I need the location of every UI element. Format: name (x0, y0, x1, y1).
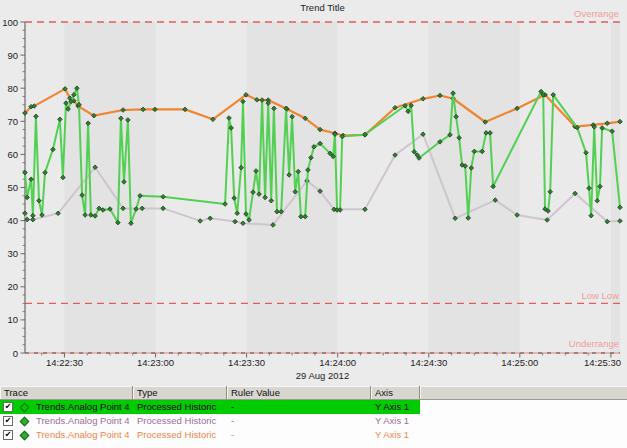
trend-chart: 010203040506070809010014:22:3014:23:0014… (0, 0, 627, 386)
x-axis-tick-label: 14:23:30 (228, 357, 265, 368)
header-filler (420, 386, 627, 400)
trace-3-name: Trends.Analog Point 4 (36, 428, 130, 442)
page-title: Trend Title (25, 2, 620, 13)
trace-1-checkbox[interactable]: ✔ (3, 402, 13, 412)
x-axis-tick-label: 14:24:00 (319, 357, 356, 368)
header-axis[interactable]: Axis (371, 386, 420, 400)
trace-2-type: Processed Historic (133, 414, 227, 428)
trace-table: Trace Type Ruler Value Axis ✔ Trends.Ana… (0, 386, 627, 448)
trace-2-ruler-value: - (227, 414, 371, 428)
underrange-label: Underrange (569, 338, 619, 349)
y-axis-tick-label: 50 (7, 182, 18, 193)
trace-2-marker-icon (20, 416, 30, 426)
header-trace[interactable]: Trace (0, 386, 133, 400)
trace-3-marker-icon (20, 430, 30, 440)
overrange-label: Overrange (574, 8, 619, 19)
x-axis-date-label: 29 Aug 2012 (25, 370, 620, 381)
trace-1-type: Processed Historic (133, 400, 227, 414)
trace-2-checkbox[interactable]: ✔ (3, 416, 13, 426)
table-row-trace-1[interactable]: ✔ Trends.Analog Point 4 Processed Histor… (0, 400, 627, 414)
y-axis-tick-label: 20 (7, 281, 18, 292)
y-axis-tick-label: 60 (7, 149, 18, 160)
x-axis-tick-label: 14:25:00 (501, 357, 538, 368)
trace-1-name: Trends.Analog Point 4 (36, 400, 130, 414)
table-row-trace-2[interactable]: ✔ Trends.Analog Point 4 Processed Histor… (0, 414, 627, 428)
trace-3-type: Processed Historic (133, 428, 227, 442)
y-axis-tick-label: 90 (7, 50, 18, 61)
y-axis-tick-label: 30 (7, 248, 18, 259)
y-axis-tick-label: 70 (7, 116, 18, 127)
x-axis-tick-label: 14:23:00 (137, 357, 174, 368)
trace-3-axis: Y Axis 1 (371, 428, 420, 442)
low-low-label: Low Low (582, 290, 620, 301)
x-axis-tick-label: 14:22:30 (46, 357, 83, 368)
trace-3-ruler-value: - (227, 428, 371, 442)
y-axis-tick-label: 100 (2, 17, 18, 28)
trace-2-axis: Y Axis 1 (371, 414, 420, 428)
trace-table-header: Trace Type Ruler Value Axis (0, 386, 627, 400)
y-axis-tick-label: 40 (7, 215, 18, 226)
trend-viewer-window: 010203040506070809010014:22:3014:23:0014… (0, 0, 627, 448)
y-axis-tick-label: 80 (7, 83, 18, 94)
trace-2-name: Trends.Analog Point 4 (36, 414, 130, 428)
header-ruler-value[interactable]: Ruler Value (227, 386, 371, 400)
header-type[interactable]: Type (133, 386, 227, 400)
trace-1-marker-icon (20, 402, 30, 412)
x-axis-tick-label: 14:24:30 (410, 357, 447, 368)
trace-3-checkbox[interactable]: ✔ (3, 430, 13, 440)
y-axis-tick-label: 10 (7, 314, 18, 325)
table-row-trace-3[interactable]: ✔ Trends.Analog Point 4 Processed Histor… (0, 428, 627, 442)
trace-1-ruler-value: - (227, 400, 371, 414)
y-axis-tick-label: 0 (13, 348, 18, 359)
trace-1-axis: Y Axis 1 (371, 400, 420, 414)
x-axis-tick-label: 14:25:30 (584, 357, 621, 368)
